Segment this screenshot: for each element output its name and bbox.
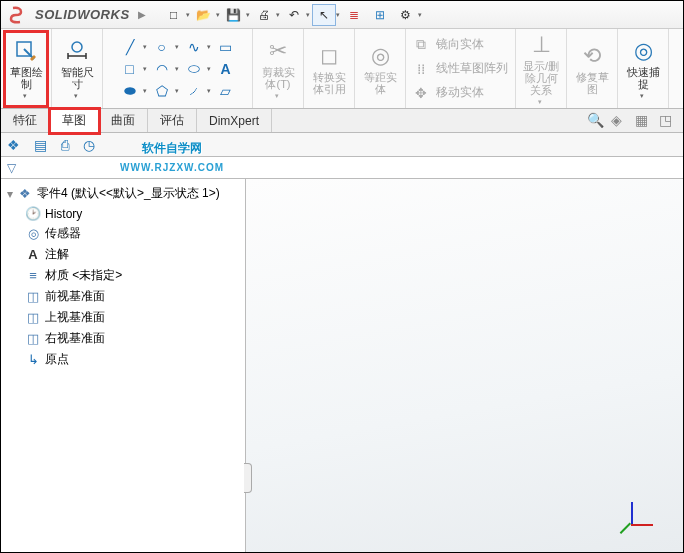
- tab-evaluate[interactable]: 评估: [148, 109, 197, 132]
- graphics-area[interactable]: [246, 179, 683, 552]
- ribbon-group-repair: ⟲ 修复草 图: [567, 29, 618, 108]
- tab-dimxpert[interactable]: DimXpert: [197, 109, 272, 132]
- tree-front-plane[interactable]: ◫ 前视基准面: [3, 286, 243, 307]
- view-orientation-icon[interactable]: ◈: [611, 112, 629, 130]
- display-delete-relations-button[interactable]: ⊥ 显示/删 除几何 关系 ▾: [520, 32, 562, 106]
- ribbon-group-snap: ◎ 快速捕 捉 ▾: [618, 29, 669, 108]
- move-entities-button[interactable]: ✥移动实体: [412, 84, 484, 102]
- sketch-icon: [14, 38, 38, 64]
- select-button[interactable]: ↖: [312, 4, 336, 26]
- tree-root[interactable]: ▾ ❖ 零件4 (默认<<默认>_显示状态 1>): [3, 183, 243, 204]
- offset-icon: ◎: [371, 43, 390, 69]
- dimxpert-manager-tab-icon[interactable]: ◷: [83, 137, 95, 153]
- orientation-triad[interactable]: [621, 494, 651, 524]
- sketch-create-button[interactable]: 草图绘 制 ▾: [5, 32, 47, 106]
- rebuild-button[interactable]: ≣: [342, 4, 366, 26]
- ribbon-group-dimension: 智能尺 寸 ▾: [52, 29, 103, 108]
- annotations-icon: A: [25, 247, 41, 262]
- panel-collapse-handle[interactable]: [244, 463, 252, 493]
- app-title: SOLIDWORKS: [35, 7, 130, 22]
- mirror-entities-button[interactable]: ⧉镜向实体: [412, 36, 484, 54]
- history-icon: 🕑: [25, 206, 41, 221]
- ellipse-icon[interactable]: ⬭: [185, 60, 203, 78]
- ribbon-group-shapes: ╱▾ ○▾ ∿▾ ▭ □▾ ◠▾ ⬭▾ A ⬬▾ ⬠▾ ⟋▾ ▱: [103, 29, 253, 108]
- view-toolbar: 🔍 ◈ ▦ ◳: [587, 112, 677, 130]
- snap-icon: ◎: [634, 38, 653, 64]
- hide-show-icon[interactable]: ◳: [659, 112, 677, 130]
- offset-entities-button[interactable]: ◎ 等距实 体: [359, 32, 401, 106]
- convert-icon: ◻: [320, 43, 338, 69]
- feature-manager-tabs: ❖ ▤ ⎙ ◷: [1, 133, 683, 157]
- plane-icon: ◫: [25, 289, 41, 304]
- plane-icon[interactable]: ▱: [217, 82, 235, 100]
- tab-features[interactable]: 特征: [1, 109, 50, 132]
- y-axis-icon: [631, 502, 633, 524]
- point-icon[interactable]: ⟋: [185, 82, 203, 100]
- filter-icon[interactable]: ▽: [7, 161, 16, 175]
- dimension-icon: [65, 38, 89, 64]
- display-style-icon[interactable]: ▦: [635, 112, 653, 130]
- print-button[interactable]: 🖨: [252, 4, 276, 26]
- tree-origin[interactable]: ↳ 原点: [3, 349, 243, 370]
- tree-sensors[interactable]: ◎ 传感器: [3, 223, 243, 244]
- new-file-button[interactable]: □: [162, 4, 186, 26]
- command-manager-tabs: 特征 草图 曲面 评估 DimXpert 🔍 ◈ ▦ ◳: [1, 109, 683, 133]
- titlebar-expand-icon[interactable]: ▶: [138, 9, 146, 20]
- ribbon-group-trim: ✂ 剪裁实 体(T) ▾: [253, 29, 304, 108]
- quick-access-toolbar: □▾ 📂▾ 💾▾ 🖨▾ ↶▾ ↖▾ ≣ ⊞ ⚙▾: [162, 4, 422, 26]
- feature-tree-tab-icon[interactable]: ❖: [7, 137, 20, 153]
- ribbon-group-pattern: ⧉镜向实体 ⁞⁞线性草图阵列 ✥移动实体: [406, 29, 516, 108]
- zoom-fit-icon[interactable]: 🔍: [587, 112, 605, 130]
- x-axis-icon: [631, 524, 653, 526]
- tree-history[interactable]: 🕑 History: [3, 204, 243, 223]
- text-icon[interactable]: A: [217, 60, 235, 78]
- undo-button[interactable]: ↶: [282, 4, 306, 26]
- ribbon-group-offset: ◎ 等距实 体: [355, 29, 406, 108]
- material-icon: ≡: [25, 268, 41, 283]
- tab-sketch[interactable]: 草图: [50, 109, 99, 133]
- tab-surfaces[interactable]: 曲面: [99, 109, 148, 132]
- sensors-icon: ◎: [25, 226, 41, 241]
- tree-annotations[interactable]: A 注解: [3, 244, 243, 265]
- settings-button[interactable]: ⚙: [394, 4, 418, 26]
- convert-entities-button[interactable]: ◻ 转换实 体引用: [308, 32, 350, 106]
- z-axis-icon: [620, 523, 631, 534]
- ribbon-group-sketch: 草图绘 制 ▾: [1, 29, 52, 108]
- polygon-icon[interactable]: ⬠: [153, 82, 171, 100]
- save-button[interactable]: 💾: [222, 4, 246, 26]
- quick-snap-button[interactable]: ◎ 快速捕 捉 ▾: [622, 32, 664, 106]
- arc-icon[interactable]: ◠: [153, 60, 171, 78]
- watermark: 软件自学网 WWW.RJZXW.COM: [120, 138, 224, 178]
- part-icon: ❖: [17, 186, 33, 201]
- rect-icon[interactable]: ▭: [217, 38, 235, 56]
- configuration-manager-tab-icon[interactable]: ⎙: [61, 137, 69, 153]
- open-file-button[interactable]: 📂: [192, 4, 216, 26]
- ribbon: 草图绘 制 ▾ 智能尺 寸 ▾ ╱▾ ○▾ ∿▾ ▭ □▾ ◠▾ ⬭▾ A: [1, 29, 683, 109]
- feature-tree: ▾ ❖ 零件4 (默认<<默认>_显示状态 1>) 🕑 History ◎ 传感…: [1, 179, 246, 552]
- tree-material[interactable]: ≡ 材质 <未指定>: [3, 265, 243, 286]
- collapse-icon[interactable]: ▾: [7, 187, 13, 201]
- line-icon[interactable]: ╱: [121, 38, 139, 56]
- trim-entities-button[interactable]: ✂ 剪裁实 体(T) ▾: [257, 32, 299, 106]
- slot-icon[interactable]: ⬬: [121, 82, 139, 100]
- tree-top-plane[interactable]: ◫ 上视基准面: [3, 307, 243, 328]
- property-manager-tab-icon[interactable]: ▤: [34, 137, 47, 153]
- circle-icon[interactable]: ○: [153, 38, 171, 56]
- app-logo-icon: [7, 5, 27, 25]
- rectangle-icon[interactable]: □: [121, 60, 139, 78]
- move-icon: ✥: [412, 84, 430, 102]
- ribbon-group-relations: ⊥ 显示/删 除几何 关系 ▾: [516, 29, 567, 108]
- tree-filter-bar: ▽: [1, 157, 683, 179]
- repair-icon: ⟲: [583, 43, 601, 69]
- svg-point-1: [72, 42, 82, 52]
- tree-right-plane[interactable]: ◫ 右视基准面: [3, 328, 243, 349]
- trim-icon: ✂: [269, 38, 287, 64]
- options-button[interactable]: ⊞: [368, 4, 392, 26]
- main-area: ▾ ❖ 零件4 (默认<<默认>_显示状态 1>) 🕑 History ◎ 传感…: [1, 179, 683, 552]
- title-bar: SOLIDWORKS ▶ □▾ 📂▾ 💾▾ 🖨▾ ↶▾ ↖▾ ≣ ⊞ ⚙▾: [1, 1, 683, 29]
- smart-dimension-button[interactable]: 智能尺 寸 ▾: [56, 32, 98, 106]
- mirror-icon: ⧉: [412, 36, 430, 54]
- linear-pattern-button[interactable]: ⁞⁞线性草图阵列: [412, 60, 508, 78]
- repair-sketch-button[interactable]: ⟲ 修复草 图: [571, 32, 613, 106]
- spline-icon[interactable]: ∿: [185, 38, 203, 56]
